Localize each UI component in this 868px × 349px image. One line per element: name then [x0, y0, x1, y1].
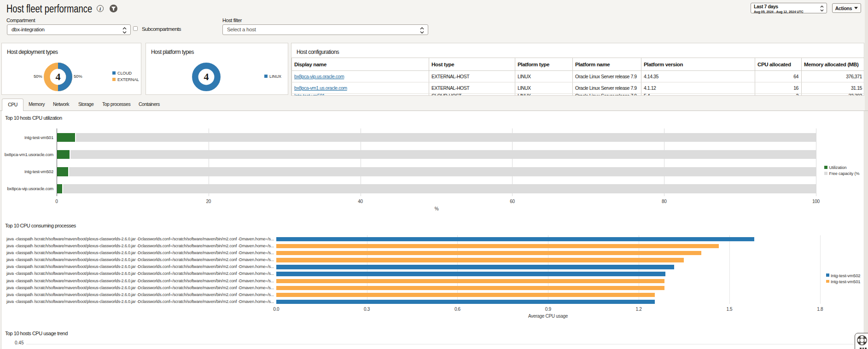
svg-text:4: 4 — [56, 70, 61, 82]
svg-text:4: 4 — [204, 70, 209, 82]
